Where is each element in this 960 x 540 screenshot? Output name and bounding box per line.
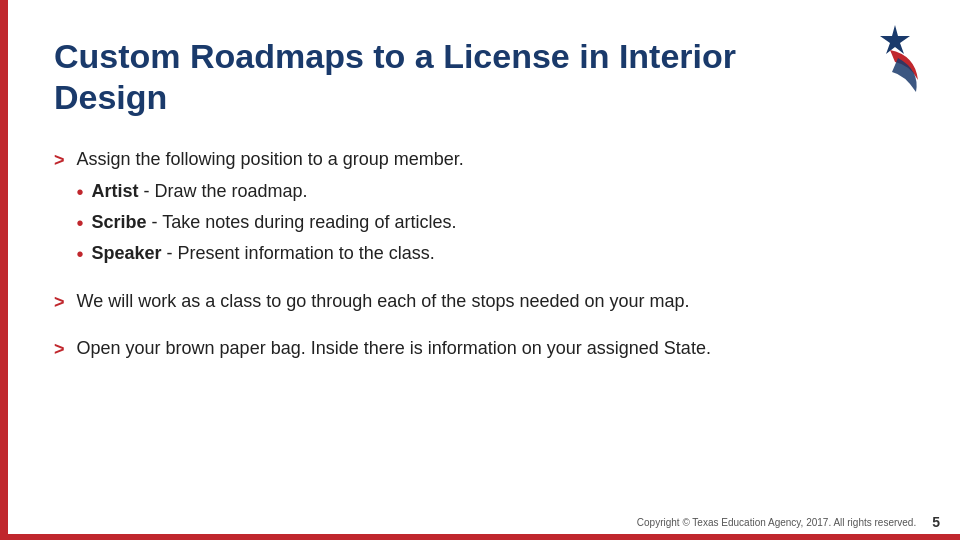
title-section: Custom Roadmaps to a License in Interior… <box>54 36 906 118</box>
bullet-arrow-2: > <box>54 290 65 315</box>
content-area: > Assign the following position to a gro… <box>54 146 906 362</box>
bullet-item-3: > Open your brown paper bag. Inside ther… <box>54 335 906 362</box>
tea-logo <box>840 20 930 100</box>
slide-title: Custom Roadmaps to a License in Interior… <box>54 36 786 118</box>
sub-bullet-scribe-text: Scribe - Take notes during reading of ar… <box>92 210 457 235</box>
copyright-text: Copyright © Texas Education Agency, 2017… <box>637 517 916 528</box>
bullet-item-2: > We will work as a class to go through … <box>54 288 906 315</box>
bullet-text-2: We will work as a class to go through ea… <box>77 288 690 315</box>
logo-area <box>840 20 930 100</box>
bullet-arrow-3: > <box>54 337 65 362</box>
sub-bullet-artist-text: Artist - Draw the roadmap. <box>92 179 308 204</box>
slide: Custom Roadmaps to a License in Interior… <box>0 0 960 540</box>
sub-dot-1: • <box>77 178 84 206</box>
bullet-text-1: Assign the following position to a group… <box>77 146 464 173</box>
bullet-arrow-1: > <box>54 148 65 173</box>
title-line1: Custom Roadmaps to a License in Interior <box>54 37 736 75</box>
sub-bullets-1: • Artist - Draw the roadmap. • Scribe - … <box>77 179 464 268</box>
page-number: 5 <box>932 514 940 530</box>
bullet-content-1: Assign the following position to a group… <box>77 146 464 268</box>
sub-bullet-artist: • Artist - Draw the roadmap. <box>77 179 464 206</box>
footer: Copyright © Texas Education Agency, 2017… <box>637 514 940 530</box>
sub-bullet-scribe: • Scribe - Take notes during reading of … <box>77 210 464 237</box>
bullet-text-3: Open your brown paper bag. Inside there … <box>77 335 711 362</box>
sub-dot-2: • <box>77 209 84 237</box>
sub-bullet-speaker-text: Speaker - Present information to the cla… <box>92 241 435 266</box>
sub-bullet-speaker: • Speaker - Present information to the c… <box>77 241 464 268</box>
bullet-item-1: > Assign the following position to a gro… <box>54 146 906 268</box>
title-line2: Design <box>54 78 167 116</box>
sub-dot-3: • <box>77 240 84 268</box>
svg-marker-0 <box>880 25 910 54</box>
